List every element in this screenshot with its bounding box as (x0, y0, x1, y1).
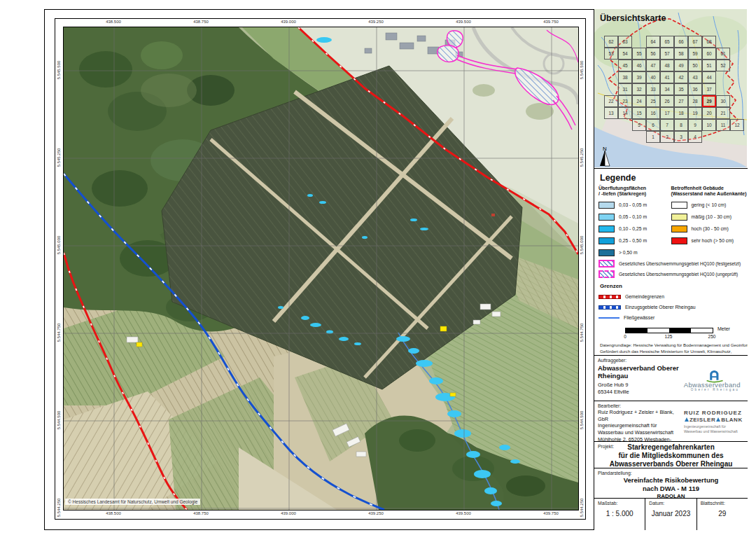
overview-tile: 59 (688, 48, 702, 60)
map-canvas: © Hessisches Landesamt für Naturschutz, … (63, 27, 579, 510)
grid-coordinate-label: 5.545.500 (580, 61, 584, 80)
sheet-value: 29 (697, 510, 748, 517)
legend-item-border: Fließgewässer (598, 312, 743, 323)
overview-tile: 46 (632, 60, 646, 71)
legend-flood-column: Überflutungsflächen / -tiefen (Starkrege… (598, 186, 671, 258)
grid-coordinate-label: 439.500 (456, 20, 471, 24)
grid-coordinate-label: 439.250 (368, 20, 384, 24)
grid-coordinate-label: 438.500 (106, 511, 121, 515)
grid-coordinate-label: 439.750 (543, 511, 559, 515)
building-header: Betroffenheit Gebäude (671, 186, 724, 190)
grid-coordinate-label: 439.250 (368, 511, 384, 515)
legend-swatch (671, 214, 687, 221)
legend-item-flood: 0,25 - 0,50 m (598, 235, 671, 246)
overview-tile: 66 (674, 36, 688, 48)
project-panel: Projekt: Starkregengefahrenkartenfür die… (594, 442, 748, 468)
editor-line: Ingenieurgemeinschaft für (598, 422, 684, 429)
overview-tile: 6 (646, 119, 660, 131)
client-label: Auftraggeber: (598, 358, 748, 363)
grid-coordinate-label: 5.544.250 (580, 499, 584, 517)
overview-tile: 19 (688, 107, 702, 119)
overview-tile: 10 (702, 119, 716, 131)
client-name: Abwasserverband Oberer Rheingau (598, 364, 683, 380)
overview-title: Übersichtskarte (600, 13, 666, 23)
legend-line-swatch (598, 295, 621, 299)
scale-bar-tick: 0 (624, 334, 626, 339)
plan-label: Plandarstellung: (598, 471, 748, 475)
legend-swatch (598, 249, 615, 256)
overview-tile: 57 (660, 48, 674, 60)
legend-swatch (671, 225, 687, 232)
overview-tile: 33 (646, 83, 660, 95)
editor-line: Ruiz Rodriguez + Zeisler + Blank, GbR (598, 409, 684, 422)
overview-tile: 62 (604, 36, 618, 48)
grid-coordinate-label: 5.544.750 (580, 324, 584, 342)
legend-swatch (671, 202, 687, 209)
overview-tile: 8 (674, 119, 688, 131)
editor-logo: RUIZ RODRIGUEZ ZEISLERBLANK Ingenieurgem… (684, 410, 745, 442)
overview-tile: 11 (716, 119, 730, 131)
overview-tile: 2 (660, 131, 674, 143)
map-copyright: © Hessisches Landesamt für Naturschutz, … (65, 499, 200, 505)
overview-tile: 28 (688, 95, 702, 107)
legend-item-building: hoch (30 - 50 cm) (671, 223, 744, 235)
grid-coordinate-label: 5.545.250 (57, 148, 61, 167)
overview-tile: 7 (660, 119, 674, 131)
legend-item-hq100: Gesetzliches Überschwemmungsgebiet HQ100… (598, 269, 743, 279)
client-logo: Abwasserverband Oberer Rheingau (683, 365, 746, 394)
legend-swatch-hatch (598, 260, 615, 268)
flood-header: Überflutungsflächen (598, 186, 646, 190)
overview-tile: 23 (618, 95, 632, 107)
overview-tile: 3 (674, 131, 688, 143)
overview-tile: 51 (702, 60, 716, 71)
legend-line-swatch (598, 317, 620, 319)
overview-tile: 18 (674, 107, 688, 119)
overview-tile: 32 (632, 83, 646, 95)
overview-tile: 56 (646, 48, 660, 60)
overview-tile: 50 (688, 60, 702, 71)
funding-note: Gefördert durch das Hessische Ministeriu… (600, 349, 743, 356)
overview-tile: 1 (646, 131, 660, 143)
scale-cell: Maßstab: 1 : 5.000 (594, 499, 645, 530)
sidebar: N 62636465666768535455565758596061454647… (594, 9, 748, 530)
overview-tile: 44 (702, 71, 716, 83)
project-title-line: für die Mitgliedskommunen des (594, 452, 748, 460)
editor-label: Bearbeiter: (598, 403, 748, 408)
overview-tile: 16 (646, 107, 660, 119)
scale-bar-tick: 125 (665, 334, 673, 339)
legend-swatch-hatch (598, 270, 615, 278)
legend-item-building: sehr hoch (> 50 cm) (671, 235, 744, 246)
borders-title: Grenzen (600, 283, 743, 289)
legend-item-flood: 0,10 - 0,25 m (598, 223, 671, 235)
overview-tile: 34 (660, 83, 674, 95)
legend-item-border: Einzugsgebiete Oberer Rheingau (598, 302, 743, 312)
legend-building-column: Betroffenheit Gebäude (Wasserstand nahe … (671, 186, 744, 258)
grid-coordinate-label: 439.000 (281, 511, 296, 515)
editor-logo-sub1: Ingenieurgemeinschaft für (684, 424, 726, 429)
overview-tile: 30 (716, 95, 730, 107)
editor-logo-blank: BLANK (721, 417, 743, 423)
sheet-label: Blattschnitt: (701, 501, 748, 506)
overview-tile: 14 (618, 107, 632, 119)
grid-coordinate-label: 5.545.000 (580, 236, 584, 255)
triangle-icon (685, 417, 689, 422)
grid-coordinate-label: 438.750 (193, 511, 209, 515)
legend-item-hq100: Gesetzliches Überschwemmungsgebiet HQ100… (598, 258, 743, 269)
overview-tile: 65 (660, 36, 674, 48)
overview-tile-current: 29 (702, 95, 716, 107)
grid-coordinate-label: 438.500 (106, 20, 121, 24)
map-sheet: © Hessisches Landesamt für Naturschutz, … (0, 0, 756, 535)
grid-coordinate-label: 5.544.500 (57, 411, 61, 430)
scale-bar: Meter 0125250 (625, 326, 737, 340)
client-logo-word: Abwasserverband (684, 381, 741, 389)
editor-logo-sub2: Wasserbau und Wasserwirtschaft (684, 429, 738, 433)
date-cell: Datum: Januar 2023 (645, 499, 696, 530)
plan-title-line: nach DWA - M 119 (594, 485, 748, 493)
client-address-2: 65344 Eltville (598, 389, 683, 396)
editor-logo-zeisler: ZEISLER (690, 417, 715, 423)
editor-logo-line1: RUIZ RODRIGUEZ (684, 410, 745, 416)
overview-tile: 68 (702, 36, 716, 48)
scale-label: Maßstab: (598, 501, 645, 506)
project-title-line: Starkregengefahrenkarten (594, 443, 748, 452)
legend-title: Legende (600, 173, 743, 183)
